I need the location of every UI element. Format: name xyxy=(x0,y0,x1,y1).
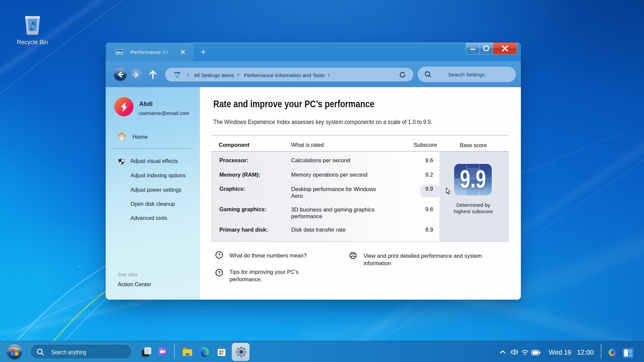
svg-text:?: ? xyxy=(218,270,220,275)
svg-text:?: ? xyxy=(218,252,220,257)
